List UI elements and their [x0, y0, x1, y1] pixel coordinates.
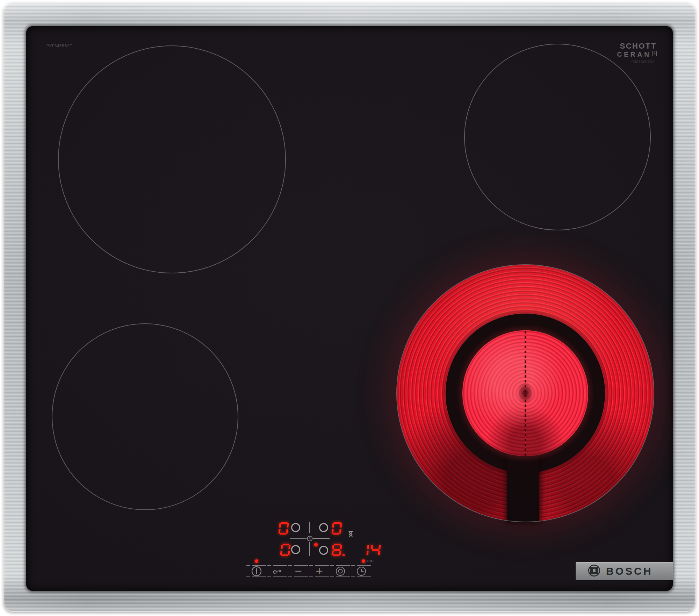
burner-center-spot	[517, 382, 533, 404]
registered-trademark-icon: ®	[652, 51, 657, 56]
zone-circle-back-left	[58, 45, 286, 273]
key-icon	[272, 568, 283, 574]
display-zone-back-right	[332, 522, 341, 535]
bosch-badge: BOSCH	[576, 562, 673, 580]
bosch-symbol-icon	[588, 564, 601, 579]
plus-icon: +	[315, 566, 323, 575]
zone-circle-front-left	[52, 323, 238, 510]
serial-number-label: 9001606232	[632, 60, 655, 64]
burner-inner-glow-disc	[462, 330, 588, 456]
bosch-logo-text: BOSCH	[606, 566, 653, 576]
timer-button[interactable]	[351, 565, 371, 577]
child-lock-button[interactable]	[267, 565, 287, 577]
zone-indicator-circle-front-right	[319, 546, 328, 555]
timer-min-indicator-led	[362, 559, 365, 563]
schott-logo-line1: SCHOTT	[617, 42, 657, 50]
display-divider-vertical-bottom	[309, 542, 310, 556]
zone-indicator-circle-front-left	[291, 545, 300, 554]
zone-indicator-circle-back-left	[291, 523, 300, 532]
increase-button[interactable]: +	[309, 565, 329, 577]
display-zone-back-left	[279, 522, 288, 535]
schott-ceran-logo: SCHOTT CERAN ®	[617, 42, 657, 58]
zone-indicator-circle-back-right	[319, 523, 328, 532]
burner-terminal-shadow	[507, 439, 539, 522]
zone-select-indicator-led	[314, 543, 318, 546]
display-zone-front-left	[281, 544, 290, 556]
zone-circle-back-right	[464, 44, 651, 230]
power-indicator-led	[255, 559, 258, 563]
display-timer-value	[359, 544, 380, 556]
ceramic-glass-surface: PKF645BB2E SCHOTT CERAN ® 9001606232	[26, 26, 673, 591]
display-divider-horizontal-left	[290, 538, 307, 539]
schott-logo-line2: CERAN ®	[617, 51, 657, 58]
display-zone-front-right	[332, 544, 345, 556]
burner-dual-zone-ring	[446, 314, 605, 473]
display-divider-horizontal-right	[313, 538, 330, 539]
zone-select-button[interactable]	[330, 565, 350, 577]
power-icon	[251, 566, 262, 577]
decrease-button[interactable]: −	[288, 565, 308, 577]
power-button[interactable]	[246, 565, 266, 577]
display-divider-vertical-top	[309, 522, 310, 533]
hourglass-icon	[348, 531, 354, 539]
clock-icon	[356, 566, 367, 576]
timer-unit-label: min	[367, 558, 374, 563]
burner-center-seam	[525, 331, 526, 456]
dual-ring-icon	[335, 566, 346, 576]
minus-icon: −	[294, 566, 302, 575]
model-number-label: PKF645BB2E	[46, 44, 72, 48]
active-burner-front-right	[397, 265, 654, 522]
touch-control-panel: − +	[246, 565, 371, 577]
